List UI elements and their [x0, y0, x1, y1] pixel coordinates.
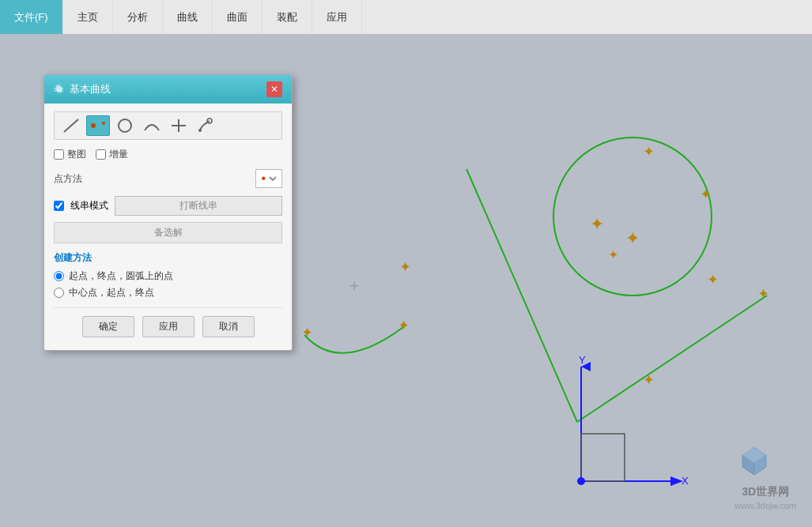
- zengliang-label: 增量: [109, 148, 128, 161]
- dialog-close-button[interactable]: ✕: [266, 81, 282, 97]
- star-marker: ✦: [608, 247, 618, 262]
- star-marker: ✦: [625, 228, 640, 249]
- radio-label-2: 中心点，起点，终点: [69, 286, 154, 299]
- menu-item-curve[interactable]: 曲线: [163, 0, 213, 34]
- zengliang-checkbox[interactable]: [96, 149, 106, 160]
- radio-label-1: 起点，终点，圆弧上的点: [69, 269, 173, 283]
- chevron-down-icon: [269, 175, 277, 183]
- cancel-button[interactable]: 取消: [202, 316, 255, 337]
- star-marker: ✦: [398, 317, 410, 334]
- point-method-dropdown[interactable]: •: [255, 169, 282, 188]
- svg-line-1: [466, 169, 577, 422]
- star-marker: ✦: [700, 186, 712, 203]
- chain-mode-label: 线串模式: [70, 199, 108, 213]
- apply-button[interactable]: 应用: [142, 316, 195, 337]
- svg-text:X: X: [682, 475, 689, 487]
- gear-icon: [54, 84, 65, 95]
- dialog-titlebar: 基本曲线 ✕: [44, 75, 292, 104]
- arc2-tool[interactable]: [140, 115, 164, 136]
- svg-point-12: [102, 122, 105, 125]
- basic-curves-dialog: 基本曲线 ✕: [43, 74, 293, 351]
- svg-point-0: [553, 137, 712, 295]
- point-method-row: 点方法 •: [54, 169, 282, 188]
- svg-rect-7: [581, 434, 625, 481]
- line-tool[interactable]: [59, 115, 83, 136]
- zhengtu-checkbox-item[interactable]: 整图: [54, 148, 86, 161]
- svg-line-9: [64, 119, 78, 132]
- checkbox-row: 整图 增量: [54, 148, 282, 161]
- chain-mode-checkbox[interactable]: [54, 201, 64, 211]
- dialog-body: 整图 增量 点方法 • 线串模式: [44, 104, 292, 350]
- crosshair-marker: +: [349, 277, 359, 295]
- radio-center-start-end[interactable]: [54, 288, 64, 298]
- star-marker: ✦: [301, 324, 313, 341]
- point-method-label: 点方法: [54, 172, 82, 186]
- zengliang-checkbox-item[interactable]: 增量: [96, 148, 128, 161]
- menu-item-home[interactable]: 主页: [63, 0, 113, 34]
- arc-tool[interactable]: [86, 115, 110, 136]
- ok-button[interactable]: 确定: [82, 316, 134, 337]
- zhengtu-label: 整图: [67, 148, 86, 161]
- menu-item-surface[interactable]: 曲面: [213, 0, 262, 34]
- svg-line-2: [577, 295, 767, 422]
- star-marker: ✦: [643, 371, 655, 389]
- tool-icons-row: [54, 111, 282, 140]
- alt-select-area: 备选解: [54, 222, 282, 243]
- pen-tool[interactable]: [194, 115, 217, 136]
- menu-item-app[interactable]: 应用: [312, 0, 362, 34]
- star-marker: ✦: [590, 214, 604, 235]
- menu-item-file[interactable]: 文件(F): [0, 0, 63, 34]
- zhengtu-checkbox[interactable]: [54, 149, 64, 160]
- svg-point-13: [119, 119, 131, 132]
- radio-start-end-arc[interactable]: [54, 271, 64, 281]
- canvas-area[interactable]: X Y ✦ ✦ ✦ ✦ ✦ ✦ ✦ ✦ ✦ ✦ ✦ +: [0, 35, 812, 527]
- circle-tool[interactable]: [113, 115, 137, 136]
- star-marker: ✦: [757, 285, 769, 303]
- svg-point-8: [577, 477, 585, 485]
- svg-text:Y: Y: [579, 354, 586, 366]
- menu-item-assembly[interactable]: 装配: [262, 0, 312, 34]
- break-chain-button[interactable]: 打断线串: [115, 196, 282, 216]
- svg-point-11: [91, 123, 96, 128]
- chain-mode-row: 线串模式 打断线串: [54, 196, 282, 216]
- star-marker: ✦: [707, 271, 719, 288]
- top-menu-bar: 文件(F) 主页 分析 曲线 曲面 装配 应用: [0, 0, 812, 35]
- radio-option-2[interactable]: 中心点，起点，终点: [54, 286, 282, 299]
- radio-option-1[interactable]: 起点，终点，圆弧上的点: [54, 269, 282, 283]
- dialog-title-left: 基本曲线: [54, 82, 111, 96]
- watermark-line1: 3D世界网: [735, 485, 796, 499]
- dialog-title-text: 基本曲线: [70, 82, 111, 96]
- dialog-button-row: 确定 应用 取消: [54, 307, 282, 342]
- dot-icon: •: [261, 171, 266, 186]
- create-method-section: 创建方法 起点，终点，圆弧上的点 中心点，起点，终点: [54, 251, 282, 299]
- create-method-title: 创建方法: [54, 251, 282, 265]
- watermark-line2: www.3dsjw.com: [735, 499, 796, 511]
- svg-point-17: [198, 129, 202, 132]
- star-marker: ✦: [643, 143, 655, 160]
- watermark: 3D世界网 www.3dsjw.com: [735, 439, 796, 511]
- watermark-logo: [735, 439, 774, 479]
- menu-item-analysis[interactable]: 分析: [113, 0, 163, 34]
- plus-tool[interactable]: [167, 115, 191, 136]
- star-marker: ✦: [399, 258, 411, 276]
